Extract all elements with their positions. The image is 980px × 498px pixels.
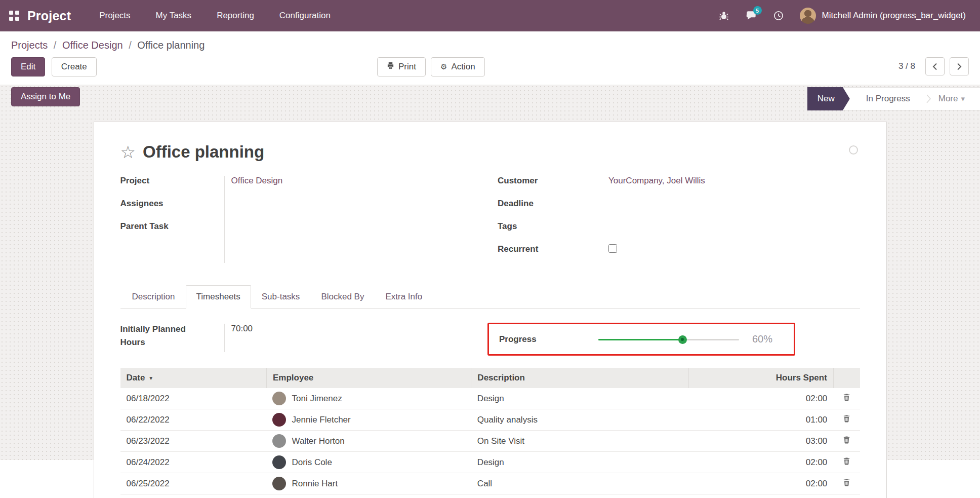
delete-row-button[interactable]	[843, 436, 850, 444]
cell-employee-name: Walter Horton	[292, 436, 344, 446]
cell-hours[interactable]: 02:00	[688, 388, 833, 409]
table-row[interactable]: 06/24/2022 Doris Cole Design 02:00	[120, 452, 860, 473]
edit-button[interactable]: Edit	[11, 57, 45, 76]
cell-description[interactable]: Call	[471, 473, 688, 494]
tab-description[interactable]: Description	[121, 285, 186, 309]
cell-date[interactable]: 06/23/2022	[120, 431, 267, 452]
pager-counter: 3 / 8	[899, 61, 915, 71]
deadline-value[interactable]	[601, 198, 608, 199]
delete-row-button[interactable]	[843, 393, 850, 401]
user-avatar	[800, 8, 816, 24]
stage-more-button[interactable]: More	[931, 94, 980, 104]
cell-hours[interactable]: 01:00	[688, 409, 833, 431]
delete-row-button[interactable]	[843, 414, 850, 423]
cell-description[interactable]: Quality analysis	[471, 494, 688, 498]
progress-slider[interactable]	[598, 335, 739, 343]
cell-hours[interactable]: 02:00	[688, 452, 833, 473]
systray: 5 Mitchell Admin (progress_bar_widget)	[718, 8, 966, 24]
table-header-row: Date Employee Description Hours Spent	[120, 368, 860, 388]
breadcrumb: Projects / Office Design / Office planni…	[0, 31, 980, 53]
cell-description[interactable]: Quality analysis	[471, 409, 688, 431]
assignees-value[interactable]	[224, 198, 231, 199]
nav-item-projects[interactable]: Projects	[98, 8, 131, 24]
task-form-sheet: Office planning Project Office Design As…	[94, 122, 887, 498]
table-row[interactable]: 07/05/2022 Abigail Peterson Quality anal…	[120, 494, 860, 498]
messages-icon[interactable]: 5	[745, 10, 757, 22]
field-planned-hours: Initially Planned Hours 70:00	[120, 323, 483, 356]
control-panel: Edit Create Print ⚙ Action 3 / 8	[0, 53, 980, 85]
cell-hours[interactable]: 02:00	[688, 494, 833, 498]
field-parent-task: Parent Task	[120, 220, 483, 243]
sort-desc-icon	[145, 373, 153, 382]
tab-blocked-by[interactable]: Blocked By	[310, 285, 375, 309]
tab-timesheets[interactable]: Timesheets	[186, 285, 251, 309]
cell-description[interactable]: Design	[471, 452, 688, 473]
parent-task-value[interactable]	[224, 220, 231, 221]
cell-hours[interactable]: 03:00	[688, 431, 833, 452]
field-assignees: Assignees	[120, 198, 483, 220]
cell-date[interactable]: 06/24/2022	[120, 452, 267, 473]
column-header-employee[interactable]: Employee	[266, 368, 471, 388]
cell-hours[interactable]: 02:00	[688, 473, 833, 494]
cell-date[interactable]: 06/22/2022	[120, 409, 267, 431]
favorite-star-icon[interactable]	[120, 143, 136, 161]
pager: 3 / 8	[899, 57, 969, 75]
gear-icon: ⚙	[440, 62, 447, 71]
timesheet-table-body: 06/18/2022 Toni Jimenez Design 02:00 06/…	[120, 388, 860, 498]
activities-clock-icon[interactable]	[772, 10, 785, 22]
create-button[interactable]: Create	[52, 57, 97, 76]
cell-description[interactable]: On Site Visit	[471, 431, 688, 452]
tab-extra-info[interactable]: Extra Info	[375, 285, 433, 309]
column-header-hours-spent[interactable]: Hours Spent	[688, 368, 833, 388]
cell-date[interactable]: 06/25/2022	[120, 473, 267, 494]
column-header-date[interactable]: Date	[120, 368, 267, 388]
assign-to-me-button[interactable]: Assign to Me	[11, 87, 80, 106]
progress-percentage: 60%	[752, 333, 772, 345]
cell-date[interactable]: 07/05/2022	[120, 494, 267, 498]
print-button[interactable]: Print	[377, 57, 426, 76]
project-value-link[interactable]: Office Design	[231, 176, 283, 185]
apps-grid-icon[interactable]	[9, 11, 19, 21]
progress-knob[interactable]	[678, 335, 687, 344]
action-button[interactable]: ⚙ Action	[431, 57, 485, 76]
tab-sub-tasks[interactable]: Sub-tasks	[251, 285, 311, 309]
progress-label: Progress	[499, 334, 598, 344]
progress-fill	[598, 339, 683, 340]
avatar	[272, 413, 286, 427]
table-row[interactable]: 06/23/2022 Walter Horton On Site Visit 0…	[120, 431, 860, 452]
center-actions: Print ⚙ Action	[377, 57, 485, 76]
table-row[interactable]: 06/18/2022 Toni Jimenez Design 02:00	[120, 388, 860, 409]
cell-date[interactable]: 06/18/2022	[120, 388, 267, 409]
tags-value[interactable]	[601, 220, 608, 221]
fields-grid: Project Office Design Assignees Parent T…	[120, 175, 860, 266]
table-row[interactable]: 06/25/2022 Ronnie Hart Call 02:00	[120, 473, 860, 494]
breadcrumb-projects[interactable]: Projects	[11, 40, 48, 51]
nav-item-reporting[interactable]: Reporting	[216, 8, 255, 24]
cell-employee-name: Ronnie Hart	[292, 479, 338, 489]
nav-item-my-tasks[interactable]: My Tasks	[155, 8, 193, 24]
customer-value-link[interactable]: YourCompany, Joel Willis	[608, 176, 705, 185]
avatar	[272, 434, 286, 448]
recurrent-checkbox[interactable]	[608, 244, 617, 253]
nav-item-configuration[interactable]: Configuration	[278, 8, 332, 24]
breadcrumb-separator: /	[54, 40, 57, 51]
bug-icon[interactable]	[718, 10, 730, 22]
app-title[interactable]: Project	[27, 9, 71, 23]
delete-row-button[interactable]	[843, 457, 850, 465]
cell-description[interactable]: Design	[471, 388, 688, 409]
planned-hours-label: Initially Planned Hours	[120, 323, 224, 356]
delete-row-button[interactable]	[843, 478, 850, 486]
table-row[interactable]: 06/22/2022 Jennie Fletcher Quality analy…	[120, 409, 860, 431]
kanban-state-circle[interactable]	[849, 145, 858, 155]
pager-previous-button[interactable]	[925, 57, 945, 75]
column-header-description[interactable]: Description	[471, 368, 688, 388]
breadcrumb-office-design[interactable]: Office Design	[62, 40, 123, 51]
stage-new[interactable]: New	[807, 87, 850, 110]
user-menu[interactable]: Mitchell Admin (progress_bar_widget)	[800, 8, 966, 24]
assignees-label: Assignees	[120, 198, 224, 209]
planned-hours-value[interactable]: 70:00	[224, 323, 253, 356]
stage-in-progress[interactable]: In Progress	[850, 94, 926, 104]
field-deadline: Deadline	[498, 198, 860, 220]
right-field-group: Customer YourCompany, Joel Willis Deadli…	[498, 175, 860, 266]
pager-next-button[interactable]	[950, 57, 969, 75]
